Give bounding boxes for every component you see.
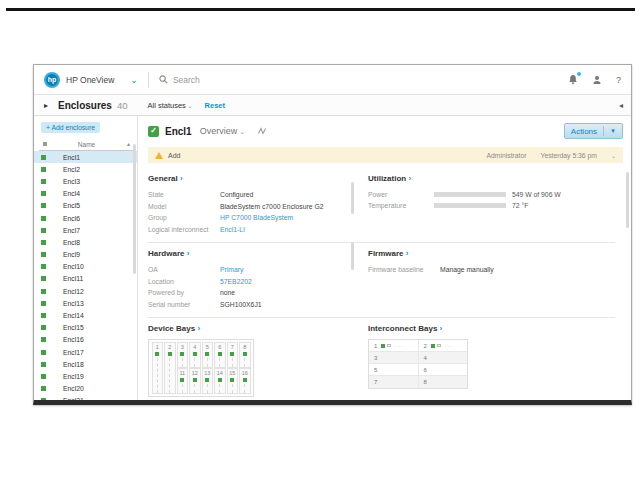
interconnect-bay-cell[interactable]: 4	[419, 352, 468, 363]
enclosure-list-item[interactable]: Encl6	[34, 212, 137, 224]
column-scrollbar[interactable]	[351, 242, 354, 270]
enclosure-list-item[interactable]: Encl19	[34, 370, 137, 382]
blade-outline	[232, 358, 233, 367]
device-bay-cell[interactable]: 4	[189, 342, 201, 368]
notifications-bell-icon[interactable]	[568, 74, 578, 85]
field-value-link[interactable]: HP C7000 BladeSystem	[220, 212, 293, 224]
enclosure-list-item[interactable]: Encl17	[34, 346, 137, 358]
interconnect-bay-cell[interactable]: 1····	[369, 340, 419, 351]
interconnect-bay-row: 78	[369, 376, 467, 388]
main-scrollbar[interactable]	[626, 172, 629, 228]
enclosure-list-item[interactable]: Encl16	[34, 334, 137, 346]
enclosure-list-item[interactable]: Encl13	[34, 297, 137, 309]
interconnect-bay-cell[interactable]: 7	[369, 376, 419, 388]
device-bays-section-link[interactable]: Device Bays	[148, 324, 350, 333]
utilization-section-link[interactable]: Utilization	[368, 174, 615, 183]
device-bay-cell[interactable]: 2	[164, 342, 176, 394]
main-menu-chevron-icon[interactable]: ⌄	[130, 75, 138, 85]
device-bay-number: 12	[192, 370, 198, 377]
field-value-link[interactable]: Encl1-LI	[220, 224, 245, 236]
device-bay-cell[interactable]: 14	[214, 368, 226, 394]
device-bay-cell[interactable]: 15	[227, 368, 239, 394]
interconnect-bay-row: 34	[369, 352, 467, 364]
enclosure-list-item[interactable]: Encl11	[34, 273, 137, 285]
interconnect-bay-number: 1	[374, 343, 377, 349]
device-bay-column: 311	[177, 342, 189, 394]
name-column-header[interactable]: Name	[47, 141, 126, 148]
interconnect-bay-cell[interactable]: 2····	[419, 340, 468, 351]
field-row: ModelBladeSystem c7000 Enclosure G2	[148, 201, 350, 213]
enclosure-list-item[interactable]: Encl21	[34, 395, 137, 400]
notification-expand-icon[interactable]: ⌄	[611, 152, 616, 159]
enclosure-list-item[interactable]: Encl8	[34, 236, 137, 248]
interconnect-bay-cell[interactable]: 8	[419, 376, 468, 388]
field-value: none	[220, 287, 235, 299]
device-bay-cell[interactable]: 12	[189, 368, 201, 394]
enclosure-list-item[interactable]: Encl4	[34, 188, 137, 200]
device-bay-cell[interactable]: 13	[202, 368, 214, 394]
device-bays-diagram: 12311412513614715816	[148, 339, 254, 397]
enclosure-list-item[interactable]: Encl5	[34, 200, 137, 212]
notification-label: Add	[168, 152, 180, 159]
device-bay-cell[interactable]: 16	[239, 368, 251, 394]
help-icon[interactable]: ?	[616, 75, 621, 85]
enclosure-name: Encl5	[63, 202, 80, 209]
device-bay-cell[interactable]: 6	[214, 342, 226, 368]
sidebar-scrollbar[interactable]	[133, 144, 136, 274]
field-value-link[interactable]: 57EB2202	[220, 276, 252, 288]
general-fields: StateConfiguredModelBladeSystem c7000 En…	[148, 189, 350, 235]
device-bay-number: 3	[181, 344, 184, 351]
user-session-icon[interactable]	[592, 75, 602, 85]
content-area: + Add enclosure Name ▲ Encl1Encl2Encl3En…	[34, 116, 631, 400]
menu-expander-icon[interactable]: ▸	[44, 101, 48, 110]
status-ok-icon	[41, 155, 46, 160]
utilization-meter: Power549 W of 906 W	[368, 189, 615, 200]
firmware-section-link[interactable]: Firmware	[368, 249, 615, 258]
interconnect-bay-cell[interactable]: 5	[369, 364, 419, 375]
field-value-link[interactable]: Primary	[220, 264, 243, 276]
actions-button[interactable]: Actions ▼	[564, 123, 623, 139]
device-bay-cell[interactable]: 3	[177, 342, 189, 368]
notification-time: Yesterday 5:36 pm	[541, 152, 597, 159]
blade-outline	[219, 384, 220, 393]
column-scrollbar[interactable]	[351, 182, 354, 214]
enclosure-list-item[interactable]: Encl3	[34, 175, 137, 187]
device-bay-cell[interactable]: 7	[227, 342, 239, 368]
enclosure-list-item[interactable]: Encl12	[34, 285, 137, 297]
status-filter-dropdown[interactable]: All statuses	[148, 101, 193, 110]
interconnect-bay-cell[interactable]: 3	[369, 352, 419, 363]
view-selector-dropdown[interactable]: Overview	[200, 126, 245, 136]
search-icon	[159, 75, 168, 84]
device-bay-cell[interactable]: 1	[152, 342, 164, 394]
enclosure-list-item[interactable]: Encl1	[34, 151, 137, 163]
sort-ascending-icon[interactable]: ▲	[126, 141, 131, 147]
interconnect-bay-row: 56	[369, 364, 467, 376]
device-bay-cell[interactable]: 8	[239, 342, 251, 368]
device-bay-cell[interactable]: 5	[202, 342, 214, 368]
hardware-section-link[interactable]: Hardware	[148, 249, 350, 258]
list-header[interactable]: Name ▲	[39, 138, 134, 151]
device-bay-number: 4	[193, 344, 196, 351]
enclosure-list-item[interactable]: Encl2	[34, 163, 137, 175]
status-ok-icon	[41, 179, 46, 184]
interconnect-bays-section-link[interactable]: Interconnect Bays	[368, 324, 615, 333]
enclosure-list-item[interactable]: Encl18	[34, 358, 137, 370]
enclosure-name: Encl14	[63, 312, 84, 319]
enclosure-list-item[interactable]: Encl15	[34, 322, 137, 334]
enclosure-list-item[interactable]: Encl20	[34, 383, 137, 395]
enclosure-list-item[interactable]: Encl14	[34, 309, 137, 321]
interconnect-bay-cell[interactable]: 6	[419, 364, 468, 375]
map-view-icon[interactable]	[257, 126, 267, 136]
actions-chevron-icon: ▼	[610, 128, 616, 134]
search-input[interactable]: Search	[159, 75, 568, 85]
enclosure-list-item[interactable]: Encl7	[34, 224, 137, 236]
enclosure-list-item[interactable]: Encl10	[34, 261, 137, 273]
product-name: HP OneView	[66, 75, 114, 85]
enclosure-list-item[interactable]: Encl9	[34, 249, 137, 261]
collapse-panel-icon[interactable]: ◂	[619, 101, 623, 110]
device-bay-cell[interactable]: 11	[177, 368, 189, 394]
reset-filter-link[interactable]: Reset	[205, 101, 225, 110]
notification-bar[interactable]: Add Administrator Yesterday 5:36 pm ⌄	[148, 147, 623, 163]
general-section-link[interactable]: General	[148, 174, 350, 183]
add-enclosure-button[interactable]: + Add enclosure	[41, 122, 100, 133]
